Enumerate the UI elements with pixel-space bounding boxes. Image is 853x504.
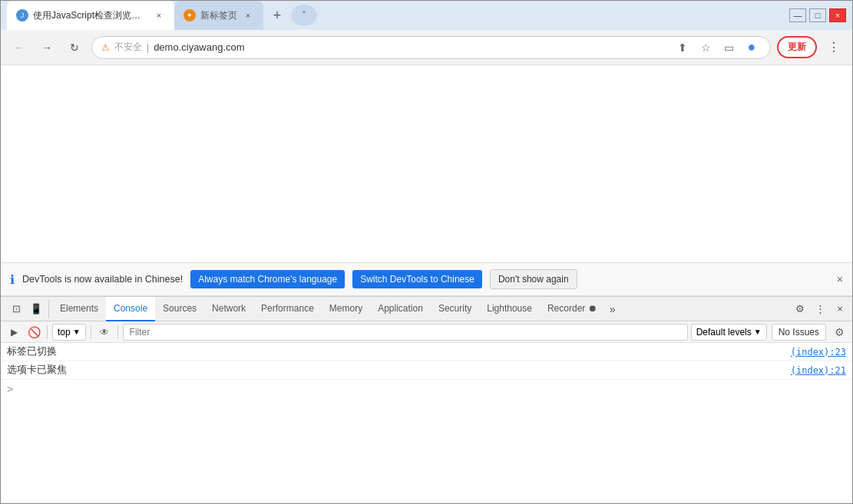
console-message-2: 选项卡已聚焦 <box>7 364 785 377</box>
url-separator: | <box>147 42 149 53</box>
devtools-right-icons: ⚙ ⋮ × <box>791 300 849 318</box>
chrome-menu-button[interactable]: ⋮ <box>823 37 845 58</box>
devtools-notification: ℹ DevTools is now available in Chinese! … <box>1 262 852 296</box>
toolbar-separator-3 <box>117 325 118 339</box>
console-input-row[interactable]: > <box>1 380 852 398</box>
titlebar: J 使用JavaScript检查浏览器当前选... × ✦ 新标签页 × + ˅… <box>1 1 852 30</box>
tab-title-1: 使用JavaScript检查浏览器当前选... <box>33 9 148 22</box>
forward-button[interactable]: → <box>36 37 58 58</box>
tab-lighthouse[interactable]: Lighthouse <box>479 297 540 321</box>
devtools-tabbar: ⊡ 📱 Elements Console Sources Network Per… <box>1 297 852 321</box>
table-row: 标签已切换 (index):23 <box>1 343 852 361</box>
tab-favicon-2: ✦ <box>183 9 196 21</box>
profile-icon[interactable]: ● <box>742 38 761 57</box>
back-button[interactable]: ← <box>8 37 30 58</box>
tab-elements[interactable]: Elements <box>52 297 106 321</box>
console-filter-input[interactable] <box>123 324 688 341</box>
refresh-button[interactable]: ↻ <box>64 37 85 58</box>
addressbar: ← → ↻ ⚠ 不安全 | demo.ciyawang.com ⬆ ☆ ▭ ● … <box>1 30 852 65</box>
tab-performance[interactable]: Performance <box>253 297 322 321</box>
console-output: 标签已切换 (index):23 选项卡已聚焦 (index):21 > <box>1 343 852 503</box>
default-levels-selector[interactable]: Default levels ▼ <box>691 324 767 341</box>
window-controls: — □ × <box>789 8 846 22</box>
tab-close-1[interactable]: × <box>153 9 165 21</box>
console-play-icon[interactable]: ▶ <box>5 324 22 341</box>
no-issues-label: No Issues <box>779 327 819 338</box>
browser-window: J 使用JavaScript检查浏览器当前选... × ✦ 新标签页 × + ˅… <box>0 0 853 504</box>
tab-close-2[interactable]: × <box>242 9 254 21</box>
console-toolbar-right: Default levels ▼ No Issues ⚙ <box>691 324 848 341</box>
tab-active[interactable]: J 使用JavaScript检查浏览器当前选... × <box>7 1 174 30</box>
top-context-selector[interactable]: top ▼ <box>52 324 86 341</box>
tab-memory[interactable]: Memory <box>322 297 370 321</box>
update-button[interactable]: 更新 <box>777 36 817 58</box>
dont-show-again-button[interactable]: Don't show again <box>490 269 577 289</box>
sidebar-icon[interactable]: ▭ <box>719 38 738 57</box>
inspect-element-icon[interactable]: ⊡ <box>7 300 25 318</box>
warning-icon: ⚠ <box>101 42 110 53</box>
top-selector-dropdown-icon: ▼ <box>73 328 81 336</box>
tab-security[interactable]: Security <box>431 297 479 321</box>
always-match-language-button[interactable]: Always match Chrome's language <box>190 270 345 288</box>
share-icon[interactable]: ⬆ <box>673 38 692 57</box>
security-text: 不安全 <box>114 41 142 54</box>
switch-to-chinese-button[interactable]: Switch DevTools to Chinese <box>352 270 482 288</box>
device-toolbar-icon[interactable]: 📱 <box>27 300 45 318</box>
url-display: demo.ciyawang.com <box>154 41 664 53</box>
console-clear-icon[interactable]: 🚫 <box>25 324 42 341</box>
chevron-down-icon: ˅ <box>302 10 306 21</box>
default-levels-label: Default levels <box>696 327 752 338</box>
devtools-settings-icon[interactable]: ⚙ <box>791 300 809 318</box>
notification-text: DevTools is now available in Chinese! <box>22 274 183 285</box>
close-button[interactable]: × <box>829 8 846 22</box>
new-tab-button[interactable]: + <box>266 5 288 26</box>
default-levels-dropdown-icon: ▼ <box>754 328 762 336</box>
console-toolbar: ▶ 🚫 top ▼ 👁 Default levels ▼ No Issues ⚙ <box>1 321 852 343</box>
tab-recorder[interactable]: Recorder ⏺ <box>540 297 605 321</box>
omnibox[interactable]: ⚠ 不安全 | demo.ciyawang.com ⬆ ☆ ▭ ● <box>91 36 771 59</box>
eye-icon[interactable]: 👁 <box>96 324 113 341</box>
console-prompt-icon: > <box>7 383 13 395</box>
bookmark-icon[interactable]: ☆ <box>696 38 715 57</box>
tab-inactive[interactable]: ✦ 新标签页 × <box>174 1 263 30</box>
console-settings-icon[interactable]: ⚙ <box>831 324 848 341</box>
table-row: 选项卡已聚焦 (index):21 <box>1 361 852 380</box>
tab-network[interactable]: Network <box>204 297 253 321</box>
toolbar-separator-2 <box>91 325 91 339</box>
tab-application[interactable]: Application <box>370 297 431 321</box>
top-selector-label: top <box>58 327 71 338</box>
tab-title-2: 新标签页 <box>200 9 237 22</box>
devtools-close-icon[interactable]: × <box>831 300 849 318</box>
tab-console[interactable]: Console <box>106 297 155 321</box>
minimize-button[interactable]: — <box>789 8 806 22</box>
console-location-1[interactable]: (index):23 <box>791 347 846 357</box>
notification-close-button[interactable]: × <box>837 273 843 285</box>
devtools-panel: ⊡ 📱 Elements Console Sources Network Per… <box>1 296 852 503</box>
tab-list-button[interactable]: ˅ <box>291 5 317 26</box>
omnibox-actions: ⬆ ☆ ▭ ● <box>673 38 761 57</box>
info-icon: ℹ <box>10 272 15 287</box>
no-issues-badge[interactable]: No Issues <box>772 324 826 341</box>
devtools-left-icons: ⊡ 📱 <box>4 300 49 318</box>
tab-sources[interactable]: Sources <box>155 297 204 321</box>
devtools-more-options-icon[interactable]: ⋮ <box>811 300 829 318</box>
maximize-button[interactable]: □ <box>809 8 826 22</box>
toolbar-separator-1 <box>47 325 48 339</box>
page-content <box>1 65 852 262</box>
console-location-2[interactable]: (index):21 <box>791 365 846 376</box>
console-message-1: 标签已切换 <box>7 345 785 358</box>
more-tabs-button[interactable]: » <box>605 297 620 321</box>
tab-favicon-1: J <box>16 9 28 21</box>
